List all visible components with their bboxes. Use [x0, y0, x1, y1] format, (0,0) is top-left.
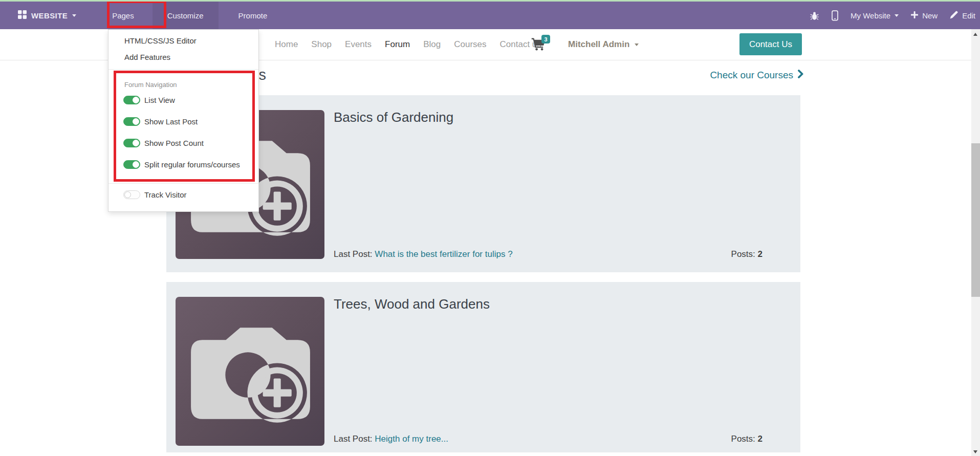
plus-icon — [911, 11, 918, 20]
last-post: Last Post: What is the best fertilizer f… — [334, 249, 513, 259]
posts-label: Posts: — [731, 249, 755, 259]
user-menu[interactable]: Mitchell Admin — [568, 29, 639, 60]
screen: WEBSITE Pages Customize Promote — [0, 0, 980, 456]
website-menu[interactable]: WEBSITE — [18, 2, 76, 29]
last-post: Last Post: Heigth of my tree... — [334, 434, 448, 444]
toggle-label: Track Visitor — [144, 190, 187, 199]
last-post-label: Last Post: — [334, 249, 373, 259]
my-website-label: My Website — [851, 11, 890, 20]
customize-dropdown: HTML/CSS/JS Editor Add Features Forum Na… — [108, 29, 259, 212]
scrollbar-track[interactable] — [971, 29, 980, 456]
new-button-label: New — [922, 11, 938, 20]
dropdown-divider — [108, 69, 258, 70]
last-post-label: Last Post: — [334, 434, 373, 444]
toggle-knob — [124, 191, 131, 198]
debug-icon[interactable] — [810, 2, 819, 29]
menu-pages-label: Pages — [112, 11, 134, 20]
chevron-right-icon — [798, 70, 803, 81]
website-menu-label: WEBSITE — [31, 11, 68, 20]
new-button[interactable]: New — [911, 2, 938, 29]
contact-us-button[interactable]: Contact Us — [739, 33, 802, 55]
menu-customize[interactable]: Customize — [153, 2, 219, 29]
pencil-icon — [950, 11, 958, 20]
forum-card-meta: Last Post: What is the best fertilizer f… — [334, 249, 763, 259]
check-courses-link[interactable]: Check our Courses — [710, 70, 803, 81]
toggle-switch — [123, 117, 140, 126]
mobile-preview-icon[interactable] — [832, 2, 838, 29]
check-courses-label: Check our Courses — [710, 70, 793, 81]
forum-title[interactable]: Basics of Gardening — [334, 110, 453, 125]
toggle-switch — [123, 160, 140, 169]
forum-card: Basics of Gardening Last Post: What is t… — [166, 95, 800, 272]
toggle-knob — [133, 140, 139, 146]
toggle-knob — [133, 118, 139, 125]
last-post-link[interactable]: What is the best fertilizer for tulips ? — [375, 249, 512, 259]
admin-navbar: WEBSITE Pages Customize Promote — [0, 2, 980, 29]
toggle-show-post-count[interactable]: Show Post Count — [108, 132, 258, 154]
edit-button[interactable]: Edit — [950, 2, 975, 29]
posts-count: Posts: 2 — [731, 249, 763, 259]
nav-link-home[interactable]: Home — [268, 39, 304, 50]
forum-image-placeholder[interactable] — [176, 297, 324, 446]
user-name: Mitchell Admin — [568, 39, 629, 50]
admin-navbar-right: My Website New Edit — [810, 2, 980, 29]
admin-navbar-left: WEBSITE Pages Customize Promote — [0, 2, 273, 29]
nav-link-blog[interactable]: Blog — [417, 39, 447, 50]
menu-promote[interactable]: Promote — [232, 2, 274, 29]
chevron-down-icon — [895, 14, 899, 17]
posts-value: 2 — [758, 249, 763, 259]
site-nav: Home Shop Events Forum Blog Courses Cont… — [268, 29, 548, 60]
forum-card: Trees, Wood and Gardens Last Post: Heigt… — [166, 282, 800, 452]
toggle-label: Split regular forums/courses — [144, 160, 240, 169]
cart-button[interactable]: 3 — [531, 38, 546, 53]
menu-promote-label: Promote — [238, 11, 268, 20]
scroll-up-button[interactable] — [973, 33, 977, 36]
scroll-down-button[interactable] — [973, 450, 977, 453]
forum-navigation-header: Forum Navigation — [108, 80, 258, 89]
posts-label: Posts: — [731, 434, 755, 444]
nav-link-events[interactable]: Events — [338, 39, 378, 50]
camera-plus-icon — [176, 297, 324, 446]
toggle-track-visitor[interactable]: Track Visitor — [108, 184, 258, 205]
toggle-switch — [123, 96, 140, 104]
toggle-switch — [123, 190, 140, 199]
nav-link-forum[interactable]: Forum — [378, 39, 417, 50]
chevron-down-icon — [72, 14, 76, 17]
cart-badge: 3 — [541, 35, 550, 44]
toggle-label: Show Last Post — [144, 117, 198, 126]
toggle-split-regular-forums-courses[interactable]: Split regular forums/courses — [108, 154, 258, 175]
posts-count: Posts: 2 — [731, 434, 763, 444]
menu-item-add-features[interactable]: Add Features — [108, 49, 258, 65]
last-post-link[interactable]: Heigth of my tree... — [375, 434, 448, 444]
nav-link-shop[interactable]: Shop — [304, 39, 338, 50]
screen-share-border — [0, 0, 980, 2]
toggle-list-view[interactable]: List View — [108, 89, 258, 111]
toggle-label: Show Post Count — [144, 139, 204, 147]
forum-title[interactable]: Trees, Wood and Gardens — [334, 296, 490, 312]
toggle-show-last-post[interactable]: Show Last Post — [108, 111, 258, 132]
cart-icon — [531, 44, 546, 52]
forum-card-meta: Last Post: Heigth of my tree... Posts: 2 — [334, 434, 763, 444]
nav-link-courses[interactable]: Courses — [447, 39, 493, 50]
chevron-down-icon — [635, 44, 639, 46]
menu-customize-label: Customize — [167, 11, 204, 20]
menu-item-html-css-js-editor[interactable]: HTML/CSS/JS Editor — [108, 32, 258, 49]
my-website-menu[interactable]: My Website — [851, 2, 899, 29]
posts-value: 2 — [758, 434, 763, 444]
toggle-label: List View — [144, 96, 175, 104]
edit-button-label: Edit — [962, 11, 975, 20]
menu-pages[interactable]: Pages — [106, 2, 140, 29]
apps-grid-icon — [18, 10, 27, 20]
toggle-knob — [133, 97, 139, 103]
toggle-knob — [133, 161, 139, 168]
scrollbar-thumb[interactable] — [971, 143, 980, 297]
toggle-switch — [123, 139, 140, 147]
